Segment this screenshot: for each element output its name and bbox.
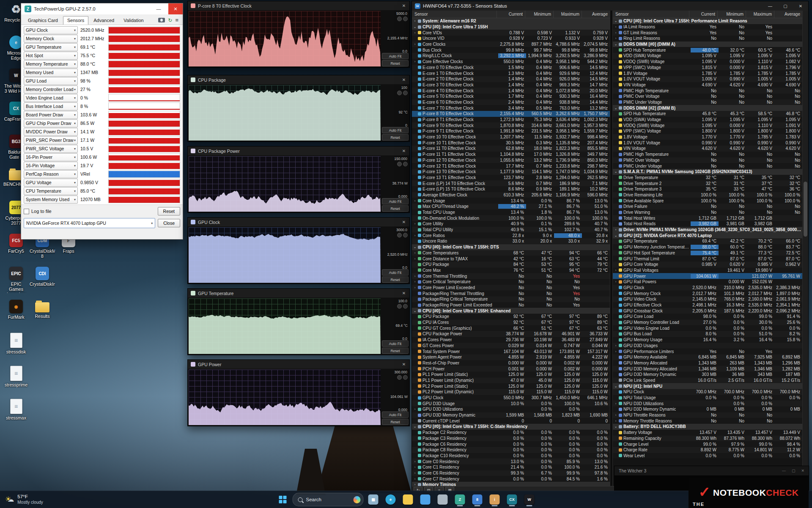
graph-reset-button[interactable]: Reset [382,60,409,66]
hwinfo-section-battery-byd-dell-hg3cy3bb[interactable]: ⌄Battery: BYD DELL HG3CY3BB [613,424,802,430]
hwinfo-section-s-m-a-r-t-pm9a1-nvme-samsung-1024gb-s5h2nx0wc03413[interactable]: ⌄S.M.A.R.T.: PM9A1 NVMe Samsung 1024GB (… [613,169,802,175]
maximize-button[interactable]: ▢ [778,1,793,11]
desktop-icon-stressdisk[interactable]: ≡stressdisk [3,333,29,354]
taskbar-icon-task-view[interactable]: ▦ [366,492,381,507]
hwinfo-sensor-1-8v-voltage[interactable]: 1.8V Voltage1.785 V1.785 V1.785 V1.785 V [613,70,802,76]
hwinfo-sensor-gpu-clock[interactable]: GPU Clock550.0 MHz300.7 MHz1,450.0 MHz64… [412,395,610,401]
hwinfo-section-ddr5-dimm-2-dimm-b[interactable]: ⌄DDR5 DIMM [#2] (DIMM B) [613,105,802,111]
hwinfo-titlebar[interactable]: H HWiNFO64 v7.72-5355 - Sensors Status —… [412,1,808,11]
menu-icon[interactable]: ≡ [175,17,178,23]
hwinfo-sensor-charge-level[interactable]: Charge Level99.0 %97.9 %99.0 %98.4 % [613,441,802,447]
taskbar-icon-file-explorer[interactable] [401,492,416,507]
hwinfo-section-cpu-0-intel-core-ultra-7-155h-dts[interactable]: ⌄CPU [#0]: Intel Core Ultra 7 155H: DTS [412,244,610,250]
hwinfo-section-ddr5-dimm-0-dimm-a[interactable]: ⌄DDR5 DIMM [#0] (DIMM A) [613,41,802,47]
hwinfo-sensor-drive-failure[interactable]: Drive FailureNoNoNoNo [613,204,802,210]
taskbar-icon-microsoft-store[interactable] [418,492,433,507]
hwinfo-sensor-package-c6-residency[interactable]: Package C6 Residency0.0 %0.0 %0.0 %0.0 % [412,441,610,447]
hwinfo-sensor-pl1-power-limit-dynamic[interactable]: PL1 Power Limit (Dynamic)47.0 W45.0 W125… [412,378,610,384]
hwinfo-sensor-e-core-4-t0-effective-clock[interactable]: E-core 4 T0 Effective Clock1.4 MHz0.4 MH… [412,88,610,94]
graph-settings-dot[interactable] [397,17,402,21]
hwinfo-sensor-gpu-d3d-usages[interactable]: ›GPU D3D Usages [613,343,802,349]
hwinfo-sensor-gpu-video-engine-load[interactable]: GPU Video Engine Load0.0 %0.0 %0.0 %0.0 … [613,325,802,331]
hwinfo-sensor-pmic-high-temperature[interactable]: PMIC High TemperatureNoNoNoNo [613,152,802,157]
graph-settings-dot[interactable] [397,375,402,380]
hwinfo-sensor-gpu-effective-clock[interactable]: GPU Effective Clock2,498.1 MHz16.3 MHz2,… [613,302,802,308]
graph-settings-dot[interactable] [397,233,402,237]
scrollbar[interactable] [802,11,808,486]
graph-settings-dot[interactable] [403,304,408,309]
close-button[interactable]: ✕ [793,1,808,11]
minimize-button[interactable]: — [763,1,778,11]
close-button[interactable]: ✕ [801,469,804,473]
hwinfo-sensor-e-core-2-t0-effective-clock[interactable]: E-core 2 T0 Effective Clock1.4 MHz0.4 MH… [412,76,610,82]
hwinfo-sensor-gpu-core-voltage[interactable]: GPU Core Voltage0.985 V0.620 V0.985 V0.9… [613,262,802,268]
hwinfo-sensor-e-core-7-t0-effective-clock[interactable]: E-core 7 T0 Effective Clock3.4 MHz0.5 MH… [412,105,610,111]
hwinfo-sensor-gpu-core-load[interactable]: GPU Core Load98.0 %0.0 %99.0 %91.4 % [613,314,802,320]
gpu-device-dropdown[interactable]: NVIDIA GeForce RTX 4070 Laptop GPU ▾ [24,218,155,228]
close-window-button[interactable]: Close [158,219,180,227]
hwinfo-sensor-core-distance-to-tjmax[interactable]: ›Core Distance to TjMAX42 °C16 °C63 °C44… [412,256,610,262]
taskbar-icon-capframex[interactable]: CX [505,492,520,507]
hwinfo-sensor-core-c1-residency[interactable]: ›Core C1 Residency21.4 %0.0 %100.0 %21.6… [412,464,610,470]
hwinfo-sensor-core-temperatures[interactable]: ›Core Temperatures68 °C47 °C94 °C66 °C [412,250,610,256]
graph-titlebar[interactable]: CPU Package✕ [188,75,409,84]
hwinfo-sensor-total-host-writes[interactable]: Total Host Writes1,712 GB1,712 GB1,712 G… [613,215,802,221]
hwinfo-sensor-drive-temperature-2[interactable]: Drive Temperature 232 °C31 °C37 °C32 °C [613,180,802,186]
gpuz-sensor-name-dropdown[interactable]: GPU Temperature▾ [24,43,78,51]
auto-fit-button[interactable]: Auto Fit [382,53,409,59]
graph-settings-dot[interactable] [403,375,408,380]
tab-advanced[interactable]: Advanced [89,16,118,25]
gpuz-sensor-name-dropdown[interactable]: Memory Temperature▾ [24,60,78,68]
hwinfo-sensor-core-thermal-throttling[interactable]: ›Core Thermal ThrottlingNoNoYes [412,273,610,279]
auto-fit-button[interactable]: Auto Fit [382,411,409,418]
hwinfo-sensor-ring-limit-reasons[interactable]: ›Ring Limit ReasonsNoNoNo [613,36,802,41]
hwinfo-sensor-total-cpu-utility[interactable]: Total CPU Utility40.9 %15.1 %102.7 %40.7… [412,227,610,233]
taskbar-icon-crystaldiskmark[interactable]: 8 [470,492,485,507]
hwinfo-sensor-cpu-package[interactable]: CPU Package92 °C67 °C97 °C89 °C [412,314,610,320]
witcher3-titlebar[interactable]: The Witcher 3 — ▢ ✕ [614,466,809,475]
gpuz-sensor-name-dropdown[interactable]: PerfCap Reason▾ [24,170,78,178]
graph-reset-button[interactable]: Reset [382,205,409,212]
hwinfo-section-cpu-0-intel-core-ultra-7-155h-c-state-residency[interactable]: ⌄CPU [#0]: Intel Core Ultra 7 155H: C-St… [412,424,610,430]
close-icon[interactable]: ✕ [398,1,409,10]
hwinfo-sensor-ia-limit-reasons[interactable]: ›IA Limit ReasonsYesNoYes [613,24,802,30]
hwinfo-sensor-remaining-capacity[interactable]: Remaining Capacity88.300 Wh87.376 Wh88.3… [613,436,802,442]
hwinfo-sensor-gpu-memory-usage[interactable]: GPU Memory Usage16.4 %3.2 %16.4 %15.8 % [613,337,802,343]
hwinfo-sensor-gt-cores-power[interactable]: GT Cores Power0.029 W0.014 W0.747 W0.044… [412,343,610,349]
weather-widget[interactable]: ☀☁ 57°F Mostly cloudy [0,494,48,505]
close-icon[interactable]: ✕ [398,218,409,226]
hwinfo-sensor-p-core-8-t1-effective-clock[interactable]: P-core 8 T1 Effective Clock1,272.9 MHz75… [412,117,610,123]
gpuz-sensor-name-dropdown[interactable]: GPU Load▾ [24,77,78,85]
hwinfo-sensor-e-core-0-t0-effective-clock[interactable]: E-core 0 T0 Effective Clock1.5 MHz0.4 MH… [412,65,610,71]
graph-reset-button[interactable]: Reset [382,419,409,425]
hwinfo-sensor-e-core-6-t0-effective-clock[interactable]: E-core 6 T0 Effective Clock2.4 MHz0.4 MH… [412,99,610,105]
graph-reset-button[interactable]: Reset [382,348,409,354]
hwinfo-sensor-drive-remaining-life[interactable]: Drive Remaining Life100.0 %100.0 %100.0 … [613,192,802,198]
refresh-icon[interactable]: ↻ [168,18,172,23]
hwinfo-sensor-p-core-11-t1-effective-clock[interactable]: P-core 11 T1 Effective Clock1,104.8 MHz1… [412,152,610,157]
hwinfo-sensor-system-agent-power[interactable]: System Agent Power4.855 W2.919 W4.855 W4… [412,354,610,360]
hwinfo-sensor-core-ratios[interactable]: ›Core Ratios22.8 x9.0 x48.0 x20.8 x [412,232,610,238]
hwinfo-sensor-gpu-rail-powers[interactable]: ›GPU Rail Powers0.000 W152.026 W [613,279,802,285]
close-icon[interactable]: ✕ [398,75,409,84]
column-header-sensor[interactable]: Sensor [412,12,497,17]
gpuz-sensor-name-dropdown[interactable]: Memory Clock▾ [24,35,78,43]
hwinfo-sensor-pl2-power-limit-static[interactable]: PL2 Power Limit (Static)125.0 W125.0 W12… [412,383,610,389]
desktop-icon-results[interactable]: Results [30,300,55,319]
desktop-icon-stressprime[interactable]: ≡stressprime [3,366,29,387]
hwinfo-sensor-pmic-over-voltage[interactable]: PMIC Over VoltageNoNoNoNo [613,157,802,163]
hwinfo-sensor-average-effective-clock[interactable]: Average Effective Clock610.3 MHz205.6 MH… [412,192,610,198]
hwinfo-sensor-p-core-13-t1-effective-clock[interactable]: P-core 13 T1 Effective Clock123.7 MHz2.8… [412,175,610,181]
hwinfo-sensor-gpu-memory-allocated[interactable]: GPU Memory Allocated1,343 MB263 MB1,343 … [613,360,802,366]
hwinfo-sensor-pmic-high-temperature[interactable]: PMIC High TemperatureNoNoNoNo [613,88,802,94]
column-header-average[interactable]: Average [774,11,802,18]
gpuz-sensor-name-dropdown[interactable]: PWR_SRC Voltage▾ [24,145,78,153]
hwinfo-sensor-uncore-vid[interactable]: Uncore VID0.928 V0.723 V0.933 V0.928 V [412,36,610,41]
graph-settings-dot[interactable] [403,17,408,21]
gpuz-sensor-name-dropdown[interactable]: GPU Voltage▾ [24,179,78,187]
hwinfo-sensor-p-core-10-t1-effective-clock[interactable]: P-core 10 T1 Effective Clock30.5 MHz0.3 … [412,140,610,146]
search-box[interactable]: Search [293,493,364,506]
hwinfo-sensor-pmic-under-voltage[interactable]: PMIC Under VoltageNoNoNoNo [613,99,802,105]
close-icon[interactable]: ✕ [398,146,409,155]
gpuz-sensor-name-dropdown[interactable]: GPU Clock▾ [24,26,78,34]
